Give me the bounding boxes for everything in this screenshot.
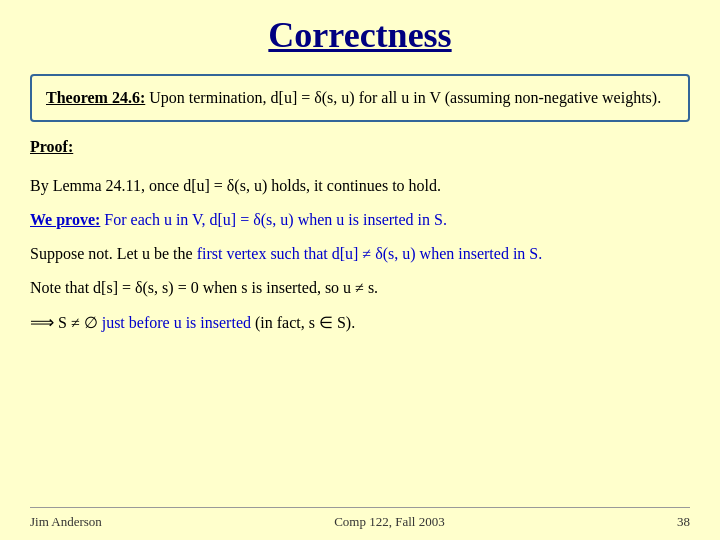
suppose-highlight: first vertex such that d[u] ≠ δ(s, u) wh… [197, 245, 543, 262]
arrow-text-normal: S ≠ ∅ [54, 314, 102, 331]
arrow-text-highlight: just before u is inserted [102, 314, 251, 331]
lemma-line: By Lemma 24.11, once d[u] = δ(s, u) hold… [30, 174, 690, 198]
note-text: Note that d[s] = δ(s, s) = 0 when s is i… [30, 279, 378, 296]
lemma-text: By Lemma 24.11, once d[u] = δ(s, u) hold… [30, 177, 441, 194]
arrow-suffix: (in fact, s ∈ S). [251, 314, 355, 331]
suppose-normal: Suppose not. Let u be the [30, 245, 197, 262]
slide-title: Correctness [30, 14, 690, 56]
theorem-box: Theorem 24.6: Upon termination, d[u] = δ… [30, 74, 690, 122]
footer: Jim Anderson Comp 122, Fall 2003 38 [30, 507, 690, 530]
suppose-line: Suppose not. Let u be the first vertex s… [30, 242, 690, 266]
slide-container: Correctness Theorem 24.6: Upon terminati… [0, 0, 720, 540]
we-prove-label: We prove: [30, 211, 100, 228]
we-prove-text: For each u in V, d[u] = δ(s, u) when u i… [100, 211, 447, 228]
arrow-line: ⟹ S ≠ ∅ just before u is inserted (in fa… [30, 310, 690, 336]
note-line: Note that d[s] = δ(s, s) = 0 when s is i… [30, 276, 690, 300]
theorem-label: Theorem 24.6: [46, 89, 145, 106]
footer-center: Comp 122, Fall 2003 [334, 514, 445, 530]
we-prove-line: We prove: For each u in V, d[u] = δ(s, u… [30, 208, 690, 232]
footer-right: 38 [677, 514, 690, 530]
theorem-text: Upon termination, d[u] = δ(s, u) for all… [145, 89, 661, 106]
footer-left: Jim Anderson [30, 514, 102, 530]
proof-label: Proof: [30, 138, 690, 156]
arrow-symbol: ⟹ [30, 313, 54, 332]
proof-section: Proof: By Lemma 24.11, once d[u] = δ(s, … [30, 138, 690, 507]
